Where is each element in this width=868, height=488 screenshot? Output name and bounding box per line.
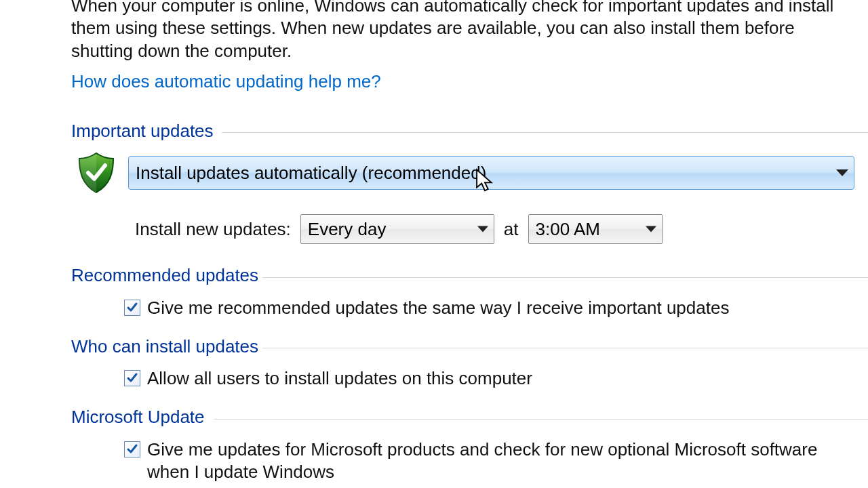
who-checkbox-row: Allow all users to install updates on th…	[124, 367, 854, 390]
recommended-checkbox-row: Give me recommended updates the same way…	[124, 297, 854, 319]
help-link[interactable]: How does automatic updating help me?	[71, 70, 381, 93]
section-header-who: Who can install updates	[71, 336, 854, 358]
section-header-important: Important updates	[71, 120, 854, 142]
recommended-checkbox[interactable]	[124, 300, 140, 316]
chevron-down-icon	[646, 226, 656, 232]
recommended-checkbox-label: Give me recommended updates the same way…	[147, 297, 729, 319]
allow-all-users-label: Allow all users to install updates on th…	[147, 367, 532, 390]
install-new-updates-label: Install new updates:	[135, 218, 291, 241]
at-label: at	[504, 218, 519, 241]
time-dropdown[interactable]: 3:00 AM	[528, 214, 663, 244]
shield-ok-icon	[77, 152, 116, 194]
ms-update-checkbox-row: Give me updates for Microsoft products a…	[124, 439, 854, 484]
update-mode-dropdown[interactable]: Install updates automatically (recommend…	[128, 156, 854, 190]
checkmark-icon	[126, 302, 138, 314]
section-header-recommended: Recommended updates	[71, 264, 854, 287]
chevron-down-icon	[836, 169, 848, 176]
frequency-value: Every day	[308, 218, 387, 241]
update-mode-value: Install updates automatically (recommend…	[136, 162, 486, 184]
allow-all-users-checkbox[interactable]	[124, 370, 140, 386]
schedule-row: Install new updates: Every day at 3:00 A…	[135, 214, 854, 244]
ms-update-checkbox[interactable]	[124, 441, 140, 458]
checkmark-icon	[126, 443, 138, 455]
time-value: 3:00 AM	[536, 218, 600, 241]
chevron-down-icon	[477, 226, 488, 232]
section-header-microsoft-update: Microsoft Update	[71, 406, 854, 428]
ms-update-label: Give me updates for Microsoft products a…	[147, 439, 839, 484]
important-updates-row: Install updates automatically (recommend…	[71, 152, 854, 194]
frequency-dropdown[interactable]: Every day	[300, 214, 494, 244]
checkmark-icon	[126, 372, 138, 384]
intro-text: When your computer is online, Windows ca…	[71, 0, 854, 62]
windows-update-settings-panel: When your computer is online, Windows ca…	[0, 0, 868, 488]
